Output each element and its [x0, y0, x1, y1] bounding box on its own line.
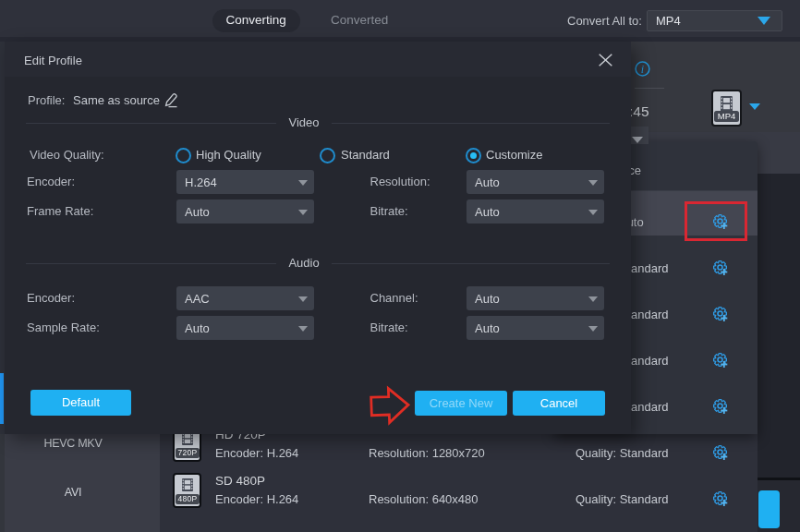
svg-text:i: i [641, 63, 644, 76]
